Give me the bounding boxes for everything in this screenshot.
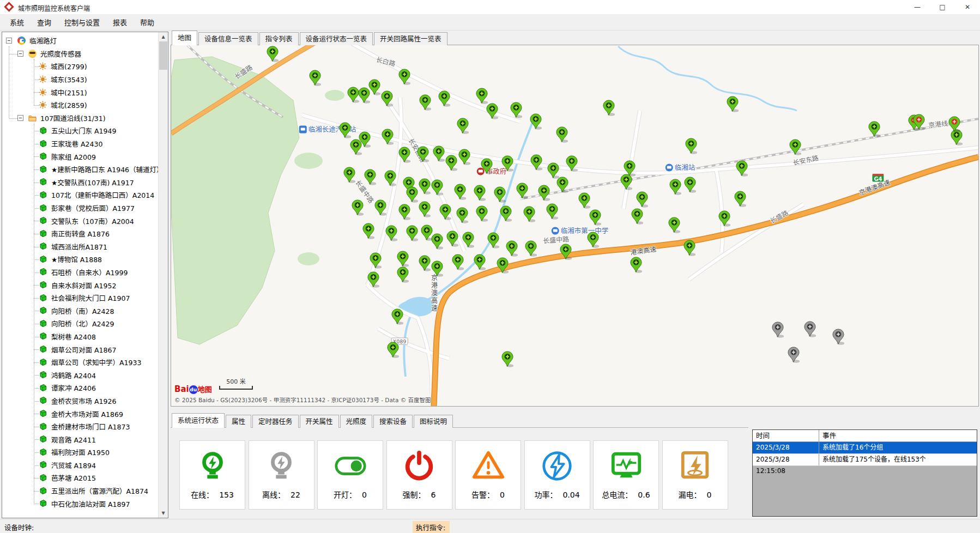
map-pin-gray[interactable]: [788, 347, 800, 363]
map-pin-green[interactable]: [438, 90, 450, 107]
tree-item-g1-11[interactable]: 石咀桥（自来水）A1999: [2, 266, 159, 279]
map-pin-green[interactable]: [267, 46, 279, 62]
tree-item-g1-22[interactable]: 金桥大市场对面 A1869: [2, 407, 159, 420]
map-pin-red[interactable]: [948, 116, 960, 132]
map-pin-green[interactable]: [630, 257, 642, 273]
tree-item-g0-2[interactable]: 城中(2151): [2, 86, 159, 99]
tree-item-g1-18[interactable]: 烟草公司（求知中学）A1933: [2, 356, 159, 369]
map-pin-green[interactable]: [636, 191, 648, 208]
map-pin-green[interactable]: [589, 209, 601, 226]
tree-item-g0-0[interactable]: 城西(2799): [2, 60, 159, 73]
map-pin-green[interactable]: [359, 131, 371, 148]
map-pin-green[interactable]: [523, 206, 535, 222]
tree-item-g1-20[interactable]: 谭家冲 A2406: [2, 381, 159, 395]
map-pin-green[interactable]: [406, 186, 418, 203]
map-pin-green[interactable]: [566, 155, 578, 172]
bottom-tab-6[interactable]: 图标说明: [414, 415, 453, 428]
tree-item-g0-3[interactable]: 城北(2859): [2, 99, 159, 112]
map-pin-green[interactable]: [685, 138, 697, 154]
map-pin-green[interactable]: [620, 174, 632, 190]
tree-item-g1-16[interactable]: 梨树巷 A2408: [2, 330, 159, 343]
bottom-tab-2[interactable]: 定时器任务: [252, 415, 299, 428]
map-pin-green[interactable]: [516, 183, 528, 199]
tree-item-g1-8[interactable]: 南正街转盘 A1876: [2, 227, 159, 240]
map-pin-green[interactable]: [445, 155, 457, 171]
scroll-up-icon[interactable]: ▲: [159, 32, 168, 41]
map-pin-green[interactable]: [736, 160, 748, 177]
tree-item-g1-26[interactable]: 汽贸城 A1894: [2, 459, 159, 472]
map-pin-green[interactable]: [419, 255, 431, 271]
map-pin-green[interactable]: [684, 177, 696, 193]
map-pin-green[interactable]: [431, 233, 443, 250]
map-pin-green[interactable]: [367, 271, 379, 288]
map-pin-green[interactable]: [431, 261, 443, 277]
tree-item-g1-2[interactable]: 陈家组 A2009: [2, 150, 159, 163]
map-pin-green[interactable]: [556, 126, 568, 143]
tree-item-g1-13[interactable]: 社会福利院大门口 A1907: [2, 292, 159, 305]
map-pin-green[interactable]: [789, 139, 801, 155]
map-pin-green[interactable]: [391, 308, 403, 325]
map-pin-green[interactable]: [419, 178, 431, 195]
tree-item-g1-24[interactable]: 观音路 A2411: [2, 433, 159, 446]
map-pin-green[interactable]: [587, 232, 599, 248]
map-pin-green[interactable]: [458, 149, 470, 165]
map-pin-green[interactable]: [497, 257, 509, 274]
map-pin-green[interactable]: [398, 204, 410, 220]
map-pin-gray[interactable]: [804, 321, 816, 337]
tree-item-g1-7[interactable]: 交警队东（107南）A2004: [2, 214, 159, 227]
map-pin-green[interactable]: [476, 205, 488, 222]
close-button[interactable]: ✕: [955, 0, 980, 14]
map-pin-green[interactable]: [476, 88, 488, 104]
tree-expand-icon[interactable]: [6, 38, 12, 44]
tree-item-g1-14[interactable]: 向阳桥（南）A2428: [2, 304, 159, 317]
map-pin-green[interactable]: [381, 90, 393, 107]
map-pin-green[interactable]: [457, 118, 469, 134]
tree-item-g1-12[interactable]: 自来水斜对面 A1952: [2, 278, 159, 292]
map-pin-green[interactable]: [456, 207, 468, 223]
tree-item-g1-28[interactable]: 五里派出所（富源汽配）A1874: [2, 484, 159, 498]
map-pin-green[interactable]: [374, 199, 386, 216]
tree-item-group-1[interactable]: 107国道沿线(31/31): [2, 112, 159, 125]
map-pin-green[interactable]: [510, 102, 522, 118]
bottom-tab-5[interactable]: 搜索设备: [373, 415, 413, 428]
map-pin-green[interactable]: [397, 266, 409, 283]
map-canvas[interactable]: 长盛路长白路长安西路长盛中路临湘长途汽车站市政府临湘站临湘市第一中学长安东路京港…: [171, 45, 978, 406]
map-pin-green[interactable]: [417, 146, 429, 162]
tree-item-g0-1[interactable]: 城东(3543): [2, 73, 159, 86]
minimize-button[interactable]: —: [905, 0, 930, 14]
menu-item-3[interactable]: 报表: [106, 15, 134, 29]
tree-item-g1-10[interactable]: ★博物馆 A1888: [2, 253, 159, 266]
map-pin-green[interactable]: [538, 185, 550, 201]
map-pin-green[interactable]: [506, 240, 518, 257]
bottom-tab-0[interactable]: 系统运行状态: [172, 413, 225, 428]
map-pin-green[interactable]: [431, 179, 443, 196]
maximize-button[interactable]: □: [930, 0, 955, 14]
map-pin-green[interactable]: [398, 69, 410, 85]
menu-item-0[interactable]: 系统: [3, 15, 31, 29]
tree-item-group-0[interactable]: 光照度传感器: [2, 47, 159, 60]
map-pin-green[interactable]: [546, 203, 558, 220]
map-pin-green[interactable]: [486, 103, 498, 119]
map-pin-green[interactable]: [560, 244, 572, 260]
map-pin-green[interactable]: [474, 254, 486, 270]
map-pin-green[interactable]: [384, 170, 396, 186]
map-pin-green[interactable]: [339, 122, 351, 138]
map-pin-green[interactable]: [397, 251, 409, 267]
map-pin-green[interactable]: [398, 147, 410, 163]
menu-item-4[interactable]: 帮助: [134, 15, 161, 29]
scroll-down-icon[interactable]: ▼: [159, 508, 168, 518]
map-tab-1[interactable]: 设备信息一览表: [198, 32, 258, 45]
tree-item-g1-1[interactable]: 王家珑巷 A2430: [2, 137, 159, 150]
tree-item-g1-3[interactable]: ★建新中路路口东 A1946（辅道灯）: [2, 163, 159, 176]
map-pin-green[interactable]: [668, 217, 680, 233]
map-pin-green[interactable]: [385, 225, 397, 241]
map-pin-green[interactable]: [603, 100, 615, 116]
map-pin-green[interactable]: [718, 210, 730, 227]
map-pin-green[interactable]: [343, 167, 355, 183]
tree-expand-icon[interactable]: [17, 51, 23, 57]
map-pin-green[interactable]: [406, 225, 418, 241]
bottom-tab-4[interactable]: 光照度: [340, 415, 373, 428]
map-pin-green[interactable]: [364, 169, 376, 185]
map-pin-green[interactable]: [419, 201, 431, 217]
map-pin-green[interactable]: [530, 113, 542, 130]
